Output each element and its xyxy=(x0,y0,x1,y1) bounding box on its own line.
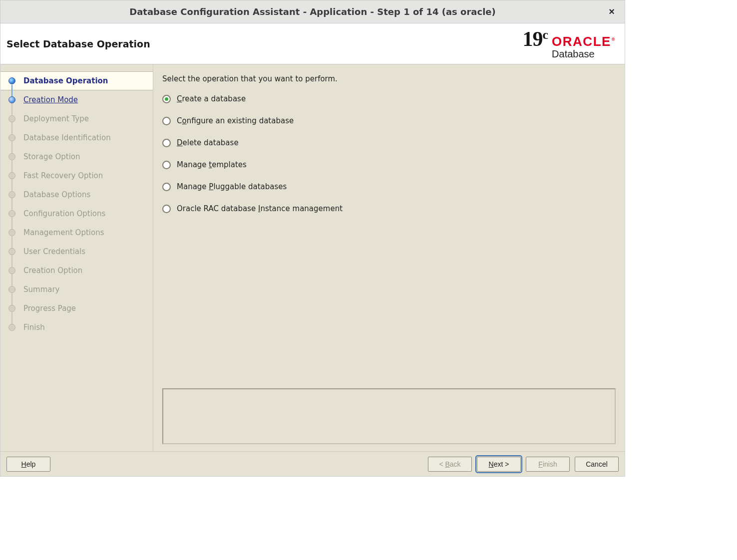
wizard-step: Database Identification xyxy=(0,128,153,147)
radio-label: Oracle RAC database Instance management xyxy=(177,204,343,213)
wizard-step[interactable]: Database Operation xyxy=(0,71,153,90)
wizard-step: Progress Page xyxy=(0,299,153,318)
window-title: Database Configuration Assistant - Appli… xyxy=(129,6,495,17)
step-dot-icon xyxy=(8,191,15,198)
step-dot-icon xyxy=(8,210,15,217)
step-label: Creation Option xyxy=(23,266,82,275)
step-label: Progress Page xyxy=(23,304,76,313)
step-label: Database Operation xyxy=(23,76,108,85)
dbca-window: Database Configuration Assistant - Appli… xyxy=(0,0,625,477)
step-label: Fast Recovery Option xyxy=(23,171,103,180)
operation-radio[interactable]: Create a database xyxy=(162,94,616,103)
step-dot-icon xyxy=(8,96,15,103)
step-dot-icon xyxy=(8,248,15,255)
operation-radio[interactable]: Manage Pluggable databases xyxy=(162,182,616,191)
step-dot-icon xyxy=(8,115,15,122)
radio-icon xyxy=(162,205,171,213)
logo-version: 19c xyxy=(523,28,548,49)
prompt-text: Select the operation that you want to pe… xyxy=(162,74,616,83)
body: Database OperationCreation ModeDeploymen… xyxy=(0,64,625,451)
wizard-step: User Credentials xyxy=(0,242,153,261)
step-dot-icon xyxy=(8,172,15,179)
oracle-logo: 19c ORACLE Database xyxy=(523,28,616,59)
operation-radio[interactable]: Oracle RAC database Instance management xyxy=(162,204,616,213)
wizard-step: Storage Option xyxy=(0,147,153,166)
wizard-step: Fast Recovery Option xyxy=(0,166,153,185)
message-area xyxy=(162,388,616,444)
logo-subtitle: Database xyxy=(552,49,616,59)
footer: Help < Back Next > Finish Cancel xyxy=(0,451,625,476)
step-label: Database Identification xyxy=(23,133,111,142)
radio-label: Create a database xyxy=(177,94,246,103)
wizard-step[interactable]: Creation Mode xyxy=(0,90,153,109)
step-label: Management Options xyxy=(23,228,104,237)
titlebar: Database Configuration Assistant - Appli… xyxy=(0,0,625,23)
step-label: Summary xyxy=(23,285,60,294)
cancel-button[interactable]: Cancel xyxy=(575,457,619,472)
step-dot-icon xyxy=(8,286,15,293)
radio-label: Manage templates xyxy=(177,160,247,169)
operation-radio[interactable]: Manage templates xyxy=(162,160,616,169)
step-dot-icon xyxy=(8,324,15,331)
step-label: Database Options xyxy=(23,190,90,199)
next-button[interactable]: Next > xyxy=(477,457,521,472)
step-label: User Credentials xyxy=(23,247,85,256)
radio-icon xyxy=(162,183,171,191)
operation-radio[interactable]: Delete database xyxy=(162,138,616,147)
radio-icon xyxy=(162,117,171,125)
wizard-step: Database Options xyxy=(0,185,153,204)
step-label: Deployment Type xyxy=(23,114,89,123)
logo-brand: ORACLE xyxy=(552,35,616,48)
wizard-step: Summary xyxy=(0,280,153,299)
close-button[interactable]: × xyxy=(606,5,618,17)
radio-label: Configure an existing database xyxy=(177,116,294,125)
wizard-step: Creation Option xyxy=(0,261,153,280)
operation-radio[interactable]: Configure an existing database xyxy=(162,116,616,125)
radio-icon xyxy=(162,139,171,147)
wizard-step: Finish xyxy=(0,318,153,337)
step-label: Creation Mode xyxy=(23,95,78,104)
main-panel: Select the operation that you want to pe… xyxy=(153,64,625,451)
operation-radio-group: Create a databaseConfigure an existing d… xyxy=(162,94,616,213)
finish-button: Finish xyxy=(526,457,570,472)
step-dot-icon xyxy=(8,134,15,141)
step-label: Finish xyxy=(23,323,45,332)
step-label: Storage Option xyxy=(23,152,80,161)
back-button: < Back xyxy=(428,457,472,472)
step-label: Configuration Options xyxy=(23,209,105,218)
wizard-step: Configuration Options xyxy=(0,204,153,223)
wizard-sidebar: Database OperationCreation ModeDeploymen… xyxy=(0,64,153,451)
step-dot-icon xyxy=(8,229,15,236)
radio-icon xyxy=(162,95,171,103)
radio-icon xyxy=(162,161,171,169)
step-dot-icon xyxy=(8,267,15,274)
step-dot-icon xyxy=(8,153,15,160)
wizard-step: Management Options xyxy=(0,223,153,242)
wizard-step: Deployment Type xyxy=(0,109,153,128)
step-dot-icon xyxy=(8,305,15,312)
wizard-steps: Database OperationCreation ModeDeploymen… xyxy=(0,71,153,337)
radio-label: Manage Pluggable databases xyxy=(177,182,287,191)
radio-label: Delete database xyxy=(177,138,239,147)
help-button[interactable]: Help xyxy=(6,457,50,472)
page-title: Select Database Operation xyxy=(6,38,150,49)
header: Select Database Operation 19c ORACLE Dat… xyxy=(0,23,625,64)
step-dot-icon xyxy=(8,77,15,84)
